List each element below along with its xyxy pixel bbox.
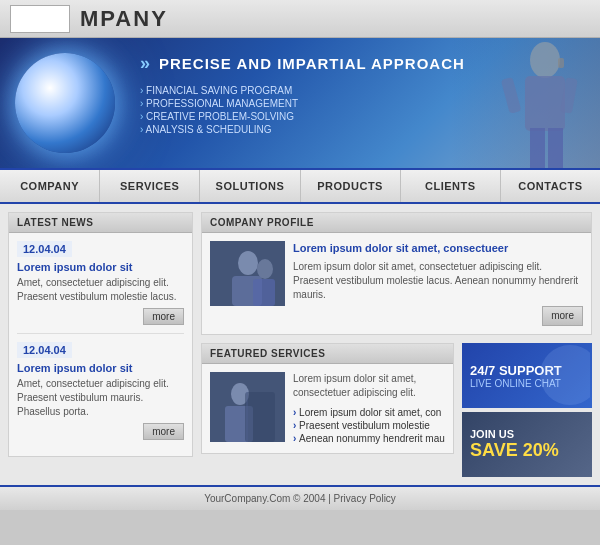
nav-products[interactable]: PRODUCTS bbox=[301, 170, 401, 202]
hero-feature-3: CREATIVE PROBLEM-SOLVING bbox=[140, 110, 465, 123]
svg-rect-1 bbox=[525, 76, 565, 131]
svg-rect-6 bbox=[558, 58, 564, 68]
news-title-1: Lorem ipsum dolor sit bbox=[17, 261, 184, 273]
services-row: FEATURED SERVICES bbox=[201, 343, 592, 477]
news-date-2: 12.04.04 bbox=[17, 342, 72, 358]
profile-title: Lorem ipsum dolor sit amet, consectueer bbox=[293, 241, 583, 256]
news-date-1: 12.04.04 bbox=[17, 241, 72, 257]
join-title: JOIN US bbox=[470, 428, 584, 440]
svg-rect-2 bbox=[530, 128, 545, 168]
profile-inner: Lorem ipsum dolor sit amet, consectueer … bbox=[210, 241, 583, 326]
chevrons-icon: » bbox=[140, 53, 151, 74]
globe-graphic bbox=[5, 43, 125, 163]
featured-services-content: Lorem ipsum dolor sit amet, consectetuer… bbox=[202, 364, 453, 453]
company-profile-section: COMPANY PROFILE bbox=[201, 212, 592, 335]
nav-contacts[interactable]: CONTACTS bbox=[501, 170, 600, 202]
services-intro: Lorem ipsum dolor sit amet, consectetuer… bbox=[293, 372, 445, 400]
hero-feature-2: PROFESSIONAL MANAGEMENT bbox=[140, 97, 465, 110]
hero-person bbox=[450, 38, 600, 168]
news-item-1: 12.04.04 Lorem ipsum dolor sit Amet, con… bbox=[17, 241, 184, 334]
hero-banner: » PRECISE AND IMPARTIAL APPROACH FINANCI… bbox=[0, 38, 600, 168]
header: MPANY bbox=[0, 0, 600, 38]
service-item-1: Lorem ipsum dolor sit amet, con bbox=[293, 406, 445, 419]
main-content: LATEST NEWS 12.04.04 Lorem ipsum dolor s… bbox=[0, 204, 600, 485]
join-panel: JOIN US SAVE 20% bbox=[462, 412, 592, 477]
right-column: COMPANY PROFILE bbox=[201, 212, 592, 477]
profile-photo-svg bbox=[210, 241, 285, 306]
news-more-btn-1[interactable]: more bbox=[143, 308, 184, 325]
news-text-2: Amet, consectetuer adipiscing elit. Prae… bbox=[17, 377, 184, 419]
profile-image bbox=[210, 241, 285, 306]
profile-text-block: Lorem ipsum dolor sit amet, consectueer … bbox=[293, 241, 583, 326]
svg-rect-3 bbox=[548, 128, 563, 168]
profile-body: Lorem ipsum dolor sit amet, consectetuer… bbox=[293, 260, 583, 302]
svg-point-8 bbox=[238, 251, 258, 275]
hero-content: » PRECISE AND IMPARTIAL APPROACH FINANCI… bbox=[140, 53, 465, 136]
service-item-3: Aenean nonummy hendrerit mau bbox=[293, 432, 445, 445]
services-list: Lorem ipsum dolor sit amet, con Praesent… bbox=[293, 406, 445, 445]
main-nav: COMPANY SERVICES SOLUTIONS PRODUCTS CLIE… bbox=[0, 168, 600, 204]
nav-clients[interactable]: CLIENTS bbox=[401, 170, 501, 202]
services-inner: Lorem ipsum dolor sit amet, consectetuer… bbox=[210, 372, 445, 445]
services-photo-svg bbox=[210, 372, 285, 442]
nav-solutions[interactable]: SOLUTIONS bbox=[200, 170, 300, 202]
hero-feature-1: FINANCIAL SAVING PROGRAM bbox=[140, 84, 465, 97]
latest-news-header: LATEST NEWS bbox=[9, 213, 192, 233]
nav-services[interactable]: SERVICES bbox=[100, 170, 200, 202]
profile-image-inner bbox=[210, 241, 285, 306]
left-column: LATEST NEWS 12.04.04 Lorem ipsum dolor s… bbox=[8, 212, 193, 477]
news-more-btn-2[interactable]: more bbox=[143, 423, 184, 440]
company-profile-content: Lorem ipsum dolor sit amet, consectueer … bbox=[202, 233, 591, 334]
svg-rect-11 bbox=[253, 279, 275, 306]
hero-feature-4: ANALYSIS & SCHEDULING bbox=[140, 123, 465, 136]
support-bg-svg bbox=[470, 343, 590, 408]
services-text-block: Lorem ipsum dolor sit amet, consectetuer… bbox=[293, 372, 445, 445]
svg-point-10 bbox=[257, 259, 273, 279]
hero-features-list: FINANCIAL SAVING PROGRAM PROFESSIONAL MA… bbox=[140, 84, 465, 136]
latest-news-content: 12.04.04 Lorem ipsum dolor sit Amet, con… bbox=[9, 233, 192, 456]
support-panel: 24/7 SUPPORT LIVE ONLINE CHAT bbox=[462, 343, 592, 408]
latest-news-section: LATEST NEWS 12.04.04 Lorem ipsum dolor s… bbox=[8, 212, 193, 457]
company-name: MPANY bbox=[80, 6, 168, 32]
profile-more-btn[interactable]: more bbox=[542, 306, 583, 326]
nav-company[interactable]: COMPANY bbox=[0, 170, 100, 202]
svg-rect-4 bbox=[501, 77, 522, 114]
news-title-2: Lorem ipsum dolor sit bbox=[17, 362, 184, 374]
news-item-2: 12.04.04 Lorem ipsum dolor sit Amet, con… bbox=[17, 342, 184, 448]
featured-services-section: FEATURED SERVICES bbox=[201, 343, 454, 477]
news-text-1: Amet, consectetuer adipiscing elit. Prae… bbox=[17, 276, 184, 304]
hero-tagline-text: PRECISE AND IMPARTIAL APPROACH bbox=[159, 55, 465, 72]
featured-services-box: FEATURED SERVICES bbox=[201, 343, 454, 454]
hero-tagline: » PRECISE AND IMPARTIAL APPROACH bbox=[140, 53, 465, 74]
globe-circle bbox=[15, 53, 115, 153]
footer-text: YourCompany.Com © 2004 | Privacy Policy bbox=[204, 493, 396, 504]
svg-rect-15 bbox=[245, 392, 275, 442]
services-image bbox=[210, 372, 285, 442]
footer: YourCompany.Com © 2004 | Privacy Policy bbox=[0, 485, 600, 510]
logo bbox=[10, 5, 70, 33]
person-silhouette-svg bbox=[450, 38, 600, 168]
company-profile-header: COMPANY PROFILE bbox=[202, 213, 591, 233]
service-item-2: Praesent vestibulum molestie bbox=[293, 419, 445, 432]
save-text: SAVE 20% bbox=[470, 440, 584, 461]
featured-services-header: FEATURED SERVICES bbox=[202, 344, 453, 364]
svg-point-17 bbox=[540, 345, 590, 405]
right-panels: 24/7 SUPPORT LIVE ONLINE CHAT JOIN US SA… bbox=[462, 343, 592, 477]
svg-point-0 bbox=[530, 42, 560, 78]
